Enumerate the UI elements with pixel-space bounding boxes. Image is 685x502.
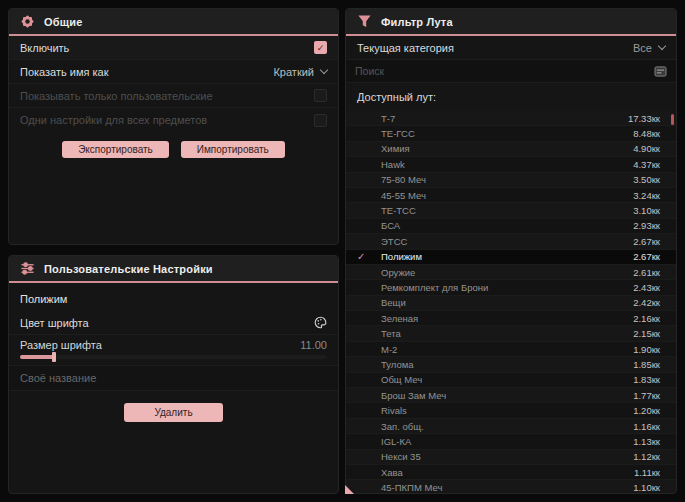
user-settings-icon	[20, 261, 35, 276]
loot-list-item[interactable]: ✓ М-2 1.90кк	[346, 342, 676, 357]
loot-item-value: 1.85кк	[633, 359, 660, 370]
show-name-row: Показать имя как Краткий	[9, 60, 338, 84]
loot-list-item[interactable]: ✓ Некси 35 1.12кк	[346, 450, 676, 465]
loot-item-name: ТЕ-ГСС	[381, 128, 415, 139]
loot-filter-title: Фильтр Лута	[381, 16, 453, 28]
loot-list-item[interactable]: ✓ Брош Зам Меч 1.77кк	[346, 388, 676, 403]
loot-list-item[interactable]: ✓ Полижим 2.67кк	[346, 250, 676, 265]
loot-item-value: 4.90кк	[633, 143, 660, 154]
only-custom-checkbox[interactable]	[314, 89, 327, 102]
loot-list-item[interactable]: ✓ 75-80 Меч 3.50кк	[346, 173, 676, 188]
category-dropdown[interactable]: Все	[633, 42, 665, 54]
loot-list-item[interactable]: ✓ БСА 2.93кк	[346, 219, 676, 234]
slider-handle[interactable]	[52, 352, 56, 362]
loot-item-value: 8.48кк	[633, 128, 660, 139]
loot-item-value: 1.90кк	[633, 344, 660, 355]
loot-item-value: 1.83кк	[633, 374, 660, 385]
loot-list-item[interactable]: ✓ 45-ПКПМ Меч 1.10кк	[346, 480, 676, 492]
scrollbar-thumb[interactable]	[671, 114, 674, 125]
loot-item-value: 1.11кк	[634, 467, 660, 478]
custom-settings-title: Пользовательские Настройки	[44, 263, 213, 275]
loot-item-name: Ремкомплект для Брони	[381, 282, 488, 293]
general-panel: Общие Включить ✓ Показать имя как Кратки…	[8, 8, 339, 245]
loot-list: ✓ Т-7 17.33кк ✓ ТЕ-ГСС 8.48кк ✓ Химия 4.…	[346, 111, 676, 492]
chevron-down-icon	[320, 66, 328, 74]
resize-handle-icon[interactable]	[345, 485, 354, 494]
palette-icon[interactable]	[314, 316, 327, 329]
loot-list-item[interactable]: ✓ Общ Меч 1.83кк	[346, 373, 676, 388]
loot-item-name: Rivals	[381, 405, 407, 416]
loot-item-value: 2.15кк	[633, 328, 660, 339]
loot-list-item[interactable]: ✓ ЭТСС 2.67кк	[346, 234, 676, 249]
font-color-row: Цвет шрифта	[9, 311, 338, 335]
loot-item-value: 2.67кк	[633, 251, 660, 262]
loot-list-item[interactable]: ✓ Зап. общ. 1.16кк	[346, 419, 676, 434]
loot-item-value: 3.10кк	[633, 205, 660, 216]
loot-item-value: 1.10кк	[633, 482, 660, 492]
loot-list-item[interactable]: ✓ Хава 1.11кк	[346, 465, 676, 480]
font-size-label: Размер шрифта	[20, 339, 102, 351]
chevron-down-icon	[658, 42, 666, 50]
gear-icon	[20, 14, 35, 29]
show-name-value: Краткий	[273, 66, 314, 78]
show-name-dropdown[interactable]: Краткий	[273, 66, 327, 78]
enable-checkbox[interactable]: ✓	[314, 41, 327, 54]
loot-list-item[interactable]: ✓ Т-7 17.33кк	[346, 111, 676, 126]
loot-list-item[interactable]: ✓ Тулома 1.85кк	[346, 357, 676, 372]
loot-item-name: Хава	[381, 467, 403, 478]
loot-list-item[interactable]: ✓ Вещи 2.42кк	[346, 296, 676, 311]
loot-list-item[interactable]: ✓ 45-55 Меч 3.24кк	[346, 188, 676, 203]
custom-name-input[interactable]: Своё название	[9, 366, 338, 391]
loot-list-item[interactable]: ✓ Тета 2.15кк	[346, 326, 676, 341]
only-custom-label: Показывать только пользовательские	[20, 90, 213, 102]
loot-list-item[interactable]: ✓ Rivals 1.20кк	[346, 403, 676, 418]
search-input[interactable]: Поиск	[346, 60, 676, 83]
loot-item-value: 4.37кк	[633, 159, 660, 170]
loot-item-name: Химия	[381, 143, 410, 154]
loot-item-value: 1.12кк	[633, 451, 660, 462]
loot-item-value: 2.16кк	[633, 313, 660, 324]
same-settings-label: Одни настройки для всех предметов	[20, 114, 207, 126]
loot-item-name: 75-80 Меч	[381, 174, 426, 185]
font-color-label: Цвет шрифта	[20, 317, 89, 329]
loot-item-value: 2.42кк	[633, 297, 660, 308]
loot-list-item[interactable]: ✓ Зеленая 2.16кк	[346, 311, 676, 326]
loot-item-name: Некси 35	[381, 451, 421, 462]
loot-item-name: Оружие	[381, 267, 415, 278]
loot-item-name: 45-ПКПМ Меч	[381, 482, 442, 492]
loot-list-item[interactable]: ✓ IGL-КА 1.13кк	[346, 434, 676, 449]
loot-item-name: Тета	[381, 328, 401, 339]
loot-list-item[interactable]: ✓ Оружие 2.61кк	[346, 265, 676, 280]
loot-item-value: 1.16кк	[633, 421, 660, 432]
loot-item-name: Полижим	[381, 251, 422, 262]
loot-list-item[interactable]: ✓ Химия 4.90кк	[346, 142, 676, 157]
loot-list-item[interactable]: ✓ ТЕ-ТСС 3.10кк	[346, 203, 676, 218]
loot-item-value: 2.61кк	[633, 267, 660, 278]
loot-item-name: Зап. общ.	[381, 421, 424, 432]
loot-item-name: Зеленая	[381, 313, 418, 324]
loot-list-item[interactable]: ✓ Ремкомплект для Брони 2.43кк	[346, 280, 676, 295]
general-panel-title: Общие	[44, 16, 83, 28]
loot-item-value: 1.20кк	[633, 405, 660, 416]
loot-item-name: IGL-КА	[381, 436, 411, 447]
loot-list-item[interactable]: ✓ Hawk 4.37кк	[346, 157, 676, 172]
search-placeholder: Поиск	[355, 65, 384, 77]
loot-item-name: ЭТСС	[381, 236, 407, 247]
category-label: Текущая категория	[357, 42, 454, 54]
same-settings-checkbox[interactable]	[314, 114, 327, 127]
font-size-slider[interactable]	[20, 355, 327, 359]
advanced-search-icon[interactable]	[654, 66, 667, 77]
import-button[interactable]: Импортировать	[181, 141, 285, 158]
loot-list-item[interactable]: ✓ ТЕ-ГСС 8.48кк	[346, 126, 676, 141]
loot-item-value: 2.43кк	[633, 282, 660, 293]
loot-item-name: Общ Меч	[381, 374, 422, 385]
loot-item-name: М-2	[381, 344, 397, 355]
delete-button[interactable]: Удалить	[124, 403, 222, 422]
export-button[interactable]: Экспортировать	[62, 141, 169, 158]
category-row: Текущая категория Все	[346, 36, 676, 60]
show-name-label: Показать имя как	[20, 66, 109, 78]
loot-item-name: Т-7	[381, 113, 395, 124]
enable-label: Включить	[20, 42, 69, 54]
export-import-row: Экспортировать Импортировать	[9, 132, 338, 164]
slider-fill	[20, 355, 54, 359]
